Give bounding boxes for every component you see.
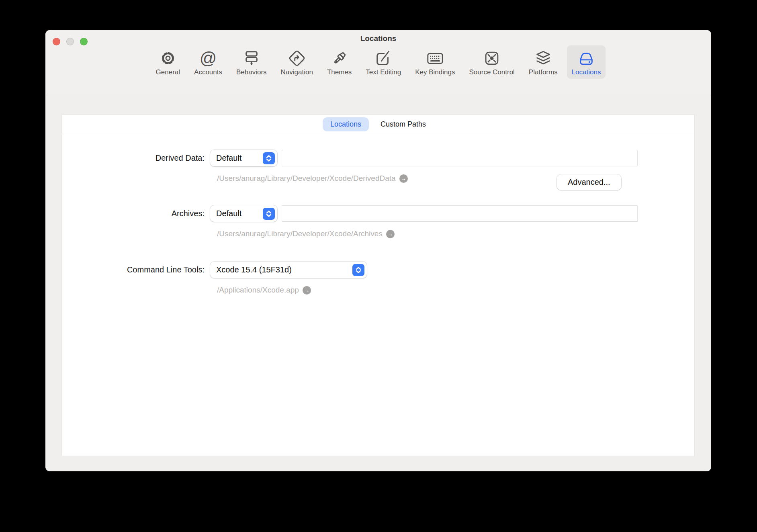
toolbar-item-label: Accounts	[194, 68, 222, 76]
toolbar-item-text-editing[interactable]: Text Editing	[361, 45, 406, 79]
open-path-arrow-icon[interactable]: →	[399, 174, 408, 183]
drive-icon	[577, 49, 595, 68]
toolbar-item-label: Key Bindings	[415, 68, 455, 76]
locations-pane: Locations Custom Paths Derived Data: Def…	[61, 115, 695, 456]
toolbar-item-behaviors[interactable]: Behaviors	[231, 45, 272, 79]
archives-label: Archives:	[62, 209, 205, 218]
toolbar-item-label: Behaviors	[236, 68, 267, 76]
paintbrush-icon	[330, 49, 349, 68]
toolbar-item-label: Themes	[327, 68, 352, 76]
text-editing-icon	[374, 49, 393, 68]
command-line-tools-popup[interactable]: Xcode 15.4 (15F31d)	[210, 262, 367, 278]
archives-field[interactable]	[282, 205, 638, 222]
chevron-up-down-icon	[263, 152, 275, 164]
keyboard-icon	[426, 49, 444, 68]
command-line-tools-popup-value: Xcode 15.4 (15F31d)	[216, 265, 292, 274]
derived-data-popup-value: Default	[216, 153, 241, 163]
toolbar-item-label: General	[156, 68, 180, 76]
archives-path: /Users/anurag/Library/Developer/Xcode/Ar…	[217, 229, 395, 238]
tab-custom-paths[interactable]: Custom Paths	[373, 117, 434, 131]
open-path-arrow-icon[interactable]: →	[386, 230, 395, 238]
window-title: Locations	[45, 34, 711, 43]
behaviors-icon	[242, 49, 261, 68]
open-path-arrow-icon[interactable]: →	[303, 286, 311, 295]
toolbar-item-accounts[interactable]: @ Accounts	[189, 45, 227, 79]
derived-data-label: Derived Data:	[62, 153, 205, 163]
derived-data-path: /Users/anurag/Library/Developer/Xcode/De…	[217, 174, 408, 183]
xcode-settings-window: Locations General @ Accounts	[45, 30, 711, 471]
settings-toolbar: General @ Accounts Behaviors	[45, 45, 711, 93]
toolbar-item-label: Text Editing	[366, 68, 401, 76]
toolbar-item-navigation[interactable]: Navigation	[276, 45, 318, 79]
advanced-button[interactable]: Advanced...	[557, 174, 621, 190]
window-header: Locations General @ Accounts	[45, 30, 711, 95]
derived-data-field[interactable]	[282, 150, 638, 166]
toolbar-item-label: Navigation	[281, 68, 313, 76]
toolbar-item-key-bindings[interactable]: Key Bindings	[410, 45, 460, 79]
derived-data-popup[interactable]: Default	[210, 150, 277, 166]
toolbar-item-label: Locations	[572, 68, 601, 76]
toolbar-item-label: Platforms	[529, 68, 558, 76]
command-line-tools-path: /Applications/Xcode.app →	[217, 286, 311, 295]
tab-locations[interactable]: Locations	[323, 117, 369, 131]
chevron-up-down-icon	[352, 264, 364, 276]
toolbar-item-locations[interactable]: Locations	[567, 45, 606, 79]
toolbar-item-label: Source Control	[469, 68, 514, 76]
gear-icon	[159, 49, 177, 68]
navigation-icon	[288, 49, 306, 68]
command-line-tools-label: Command Line Tools:	[62, 265, 205, 274]
toolbar-item-general[interactable]: General	[151, 45, 185, 79]
locations-tab-bar: Locations Custom Paths	[62, 115, 694, 134]
source-control-icon	[483, 49, 501, 68]
archives-popup-value: Default	[216, 209, 241, 218]
toolbar-item-source-control[interactable]: Source Control	[464, 45, 519, 79]
at-icon: @	[200, 49, 217, 68]
archives-popup[interactable]: Default	[210, 205, 277, 222]
toolbar-item-platforms[interactable]: Platforms	[524, 45, 563, 79]
chevron-up-down-icon	[263, 208, 275, 220]
layers-icon	[534, 49, 552, 68]
toolbar-item-themes[interactable]: Themes	[322, 45, 356, 79]
